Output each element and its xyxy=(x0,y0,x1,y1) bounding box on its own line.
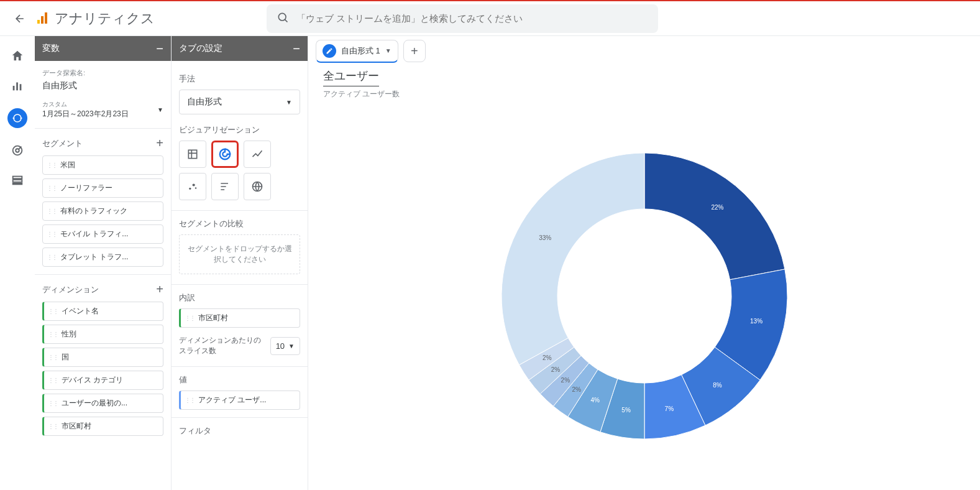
svg-rect-0 xyxy=(37,20,40,24)
collapse-tab-settings-button[interactable]: − xyxy=(293,42,300,56)
values-label: 値 xyxy=(179,374,300,386)
exploration-name-label: データ探索名: xyxy=(42,68,163,78)
slices-select[interactable]: 10 ▼ xyxy=(270,337,300,355)
segment-chip[interactable]: ⋮⋮米国 xyxy=(42,155,163,175)
dimension-chip[interactable]: ⋮⋮イベント名 xyxy=(42,302,163,321)
drag-handle-icon: ⋮⋮ xyxy=(48,354,58,361)
dimension-chip-label: 国 xyxy=(62,352,69,363)
canvas: 自由形式 1 ▼ + 全ユーザー アクティブ ユーザー数 22%13%8%7%5… xyxy=(308,36,980,490)
svg-rect-4 xyxy=(13,86,15,90)
left-nav-rail xyxy=(0,36,35,490)
drag-handle-icon: ⋮⋮ xyxy=(47,185,57,192)
dimensions-section-label: ディメンション xyxy=(42,284,99,295)
add-tab-button[interactable]: + xyxy=(403,40,426,62)
svg-rect-6 xyxy=(20,84,22,90)
drag-handle-icon: ⋮⋮ xyxy=(47,231,57,238)
svg-point-9 xyxy=(16,149,19,152)
svg-point-16 xyxy=(195,187,197,189)
add-segment-button[interactable]: + xyxy=(156,136,163,150)
search-box[interactable] xyxy=(267,4,658,33)
collapse-variables-button[interactable]: − xyxy=(156,42,163,56)
drag-handle-icon: ⋮⋮ xyxy=(47,208,57,215)
viz-donut-button[interactable] xyxy=(211,141,239,168)
nav-home-icon[interactable] xyxy=(10,49,25,63)
dimension-chip[interactable]: ⋮⋮性別 xyxy=(42,325,163,344)
viz-bar-button[interactable] xyxy=(211,173,239,200)
segment-chip[interactable]: ⋮⋮ノーリファラー xyxy=(42,178,163,198)
exploration-tab[interactable]: 自由形式 1 ▼ xyxy=(316,40,398,63)
nav-advertising-icon[interactable] xyxy=(10,143,25,158)
dropdown-caret-icon: ▼ xyxy=(286,99,292,106)
variables-panel-header: 変数 − xyxy=(35,36,171,61)
drag-handle-icon: ⋮⋮ xyxy=(48,400,58,407)
segment-chip[interactable]: ⋮⋮有料のトラフィック xyxy=(42,201,163,221)
filter-label: フィルタ xyxy=(179,425,300,437)
edit-icon xyxy=(323,44,336,58)
drag-handle-icon: ⋮⋮ xyxy=(185,315,195,321)
breakdown-label: 内訳 xyxy=(179,292,300,303)
segment-compare-label: セグメントの比較 xyxy=(179,218,300,229)
dropdown-caret-icon: ▼ xyxy=(288,343,295,349)
chart-subtitle: アクティブ ユーザー数 xyxy=(323,89,965,99)
search-icon xyxy=(277,11,289,25)
dimension-chip-label: デバイス カテゴリ xyxy=(62,375,123,386)
dimension-chip[interactable]: ⋮⋮デバイス カテゴリ xyxy=(42,371,163,390)
segment-chip-label: 有料のトラフィック xyxy=(60,206,127,216)
donut-slice[interactable] xyxy=(501,153,644,365)
svg-point-3 xyxy=(278,13,286,21)
tab-settings-title: タブの設定 xyxy=(179,43,222,54)
svg-rect-1 xyxy=(41,16,44,24)
add-dimension-button[interactable]: + xyxy=(156,282,163,297)
viz-scatter-button[interactable] xyxy=(179,173,206,200)
dimension-chip-label: 市区町村 xyxy=(62,421,91,432)
date-range-picker[interactable]: カスタム 1月25日～2023年2月23日 ▼ xyxy=(42,100,163,119)
back-arrow[interactable] xyxy=(7,12,32,25)
svg-rect-11 xyxy=(13,180,22,182)
svg-rect-5 xyxy=(16,83,18,91)
segments-section-label: セグメント xyxy=(42,138,83,149)
svg-rect-12 xyxy=(13,183,22,185)
technique-select[interactable]: 自由形式 ▼ xyxy=(179,90,300,114)
segment-chip-label: ノーリファラー xyxy=(60,183,112,193)
drag-handle-icon: ⋮⋮ xyxy=(185,397,195,404)
dimension-chip-label: 性別 xyxy=(62,329,76,340)
visualization-label: ビジュアリゼーション xyxy=(179,124,300,136)
donut-slice[interactable] xyxy=(644,153,785,280)
dimension-chip[interactable]: ⋮⋮市区町村 xyxy=(42,417,163,436)
segment-chip-label: 米国 xyxy=(60,160,75,170)
segment-chip[interactable]: ⋮⋮モバイル トラフィ... xyxy=(42,224,163,244)
variables-panel: 変数 − データ探索名: 自由形式 カスタム 1月25日～2023年2月23日 … xyxy=(35,36,172,490)
viz-geo-button[interactable] xyxy=(244,173,271,200)
tab-settings-header: タブの設定 − xyxy=(172,36,308,61)
exploration-name[interactable]: 自由形式 xyxy=(42,80,163,91)
value-chip[interactable]: ⋮⋮ アクティブ ユーザ... xyxy=(179,391,300,410)
viz-line-button[interactable] xyxy=(244,141,271,168)
tab-label: 自由形式 1 xyxy=(341,45,380,57)
dimension-chip-label: ユーザーの最初の... xyxy=(62,398,127,409)
segment-drop-zone[interactable]: セグメントをドロップするか選択してください xyxy=(179,234,300,274)
segment-chip-label: タブレット トラフ... xyxy=(60,252,128,262)
nav-configure-icon[interactable] xyxy=(10,173,25,188)
tab-dropdown-icon[interactable]: ▼ xyxy=(385,47,392,54)
viz-table-button[interactable] xyxy=(179,141,206,168)
technique-label: 手法 xyxy=(179,73,300,85)
svg-point-14 xyxy=(189,188,191,190)
chart-title: 全ユーザー xyxy=(323,68,379,86)
svg-rect-13 xyxy=(188,150,196,158)
search-input[interactable] xyxy=(296,13,648,24)
tab-settings-panel: タブの設定 − 手法 自由形式 ▼ ビジュアリゼーション セグメントの比較 セグ… xyxy=(172,36,308,490)
analytics-logo-icon xyxy=(35,11,50,26)
drag-handle-icon: ⋮⋮ xyxy=(48,331,58,338)
segment-chip[interactable]: ⋮⋮タブレット トラフ... xyxy=(42,247,163,267)
breakdown-chip[interactable]: ⋮⋮ 市区町村 xyxy=(179,308,300,328)
svg-point-7 xyxy=(14,114,21,122)
dimension-chip[interactable]: ⋮⋮国 xyxy=(42,348,163,367)
dimension-chip[interactable]: ⋮⋮ユーザーの最初の... xyxy=(42,394,163,413)
tab-bar: 自由形式 1 ▼ + xyxy=(308,36,980,66)
nav-reports-icon[interactable] xyxy=(10,78,25,93)
dimension-chip-label: イベント名 xyxy=(62,306,99,317)
nav-explore-icon[interactable] xyxy=(7,108,27,128)
product-logo[interactable]: アナリティクス xyxy=(35,9,155,28)
variables-panel-title: 変数 xyxy=(42,43,60,54)
drag-handle-icon: ⋮⋮ xyxy=(48,377,58,384)
